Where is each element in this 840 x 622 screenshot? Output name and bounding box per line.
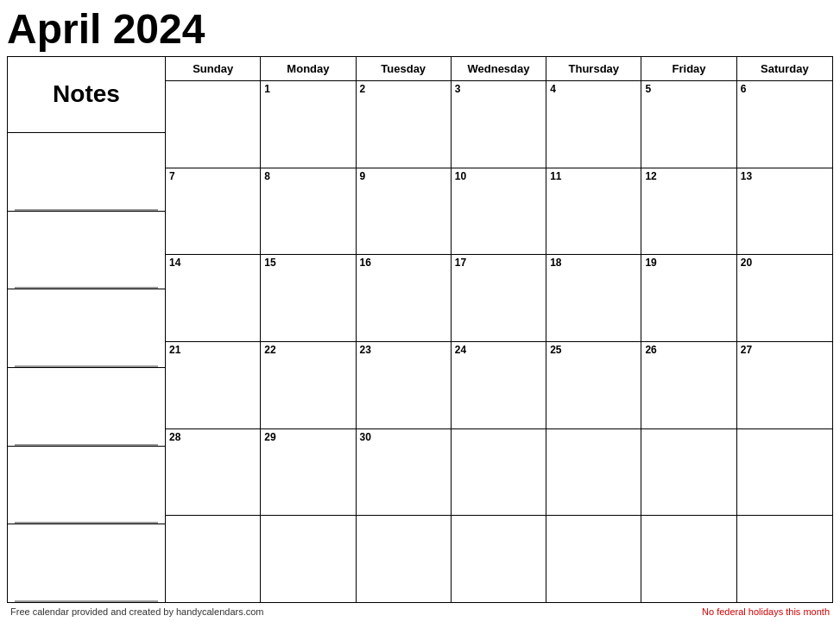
date-number: 20 xyxy=(741,257,752,269)
day-cell xyxy=(737,516,832,602)
notes-line xyxy=(15,366,158,367)
footer-right: No federal holidays this month xyxy=(702,606,830,617)
day-cell xyxy=(261,516,356,602)
notes-line-group-6 xyxy=(8,524,165,602)
day-cell: 5 xyxy=(641,81,736,168)
day-cell xyxy=(452,429,546,516)
week-row-3: 14151617181920 xyxy=(166,255,832,342)
date-number: 9 xyxy=(360,170,366,182)
date-number: 4 xyxy=(550,83,556,95)
date-number: 13 xyxy=(741,170,752,182)
date-number: 6 xyxy=(741,83,747,95)
day-header-friday: Friday xyxy=(641,57,736,80)
day-cell: 7 xyxy=(166,168,261,255)
notes-line-group-5 xyxy=(8,447,165,525)
day-cell: 11 xyxy=(546,168,641,255)
footer-left: Free calendar provided and created by ha… xyxy=(10,606,264,617)
page-wrapper: April 2024 Notes xyxy=(0,0,840,622)
day-cell: 30 xyxy=(357,429,452,516)
week-row-4: 21222324252627 xyxy=(166,342,832,429)
date-number: 2 xyxy=(360,83,366,95)
day-cell xyxy=(737,429,832,516)
date-number: 16 xyxy=(360,257,371,269)
calendar-container: Notes xyxy=(7,56,833,603)
date-number: 28 xyxy=(169,431,180,443)
date-number: 12 xyxy=(645,170,656,182)
date-number: 11 xyxy=(550,170,561,182)
day-cell: 18 xyxy=(546,255,641,341)
day-cell: 2 xyxy=(357,81,452,168)
day-cell xyxy=(357,516,452,602)
date-number: 7 xyxy=(169,170,175,182)
day-cell xyxy=(641,516,736,602)
day-cell: 16 xyxy=(357,255,452,341)
notes-line-group-2 xyxy=(8,212,165,290)
day-cell xyxy=(546,516,641,602)
date-number: 1 xyxy=(264,83,270,95)
day-cell xyxy=(641,429,736,516)
date-number: 29 xyxy=(264,431,275,443)
day-header-tuesday: Tuesday xyxy=(357,57,452,80)
notes-line-group-3 xyxy=(8,289,165,368)
day-cell: 24 xyxy=(452,342,546,428)
date-number: 10 xyxy=(455,170,466,182)
day-cell xyxy=(452,516,546,602)
day-cell: 29 xyxy=(261,429,356,516)
day-cell xyxy=(546,429,641,516)
day-cell xyxy=(166,81,261,168)
notes-line xyxy=(15,288,158,289)
day-cell: 21 xyxy=(166,342,261,428)
day-cell: 20 xyxy=(737,255,832,341)
notes-line-group-1 xyxy=(8,133,165,212)
date-number: 26 xyxy=(645,344,656,356)
week-row-6 xyxy=(166,516,832,602)
day-cell: 12 xyxy=(641,168,736,255)
day-header-saturday: Saturday xyxy=(737,57,832,80)
date-number: 18 xyxy=(550,257,561,269)
day-cell: 4 xyxy=(546,81,641,168)
day-headers: SundayMondayTuesdayWednesdayThursdayFrid… xyxy=(166,57,832,81)
day-cell: 10 xyxy=(452,168,546,255)
week-row-1: 123456 xyxy=(166,81,832,168)
day-cell: 14 xyxy=(166,255,261,341)
day-header-monday: Monday xyxy=(261,57,356,80)
weeks-container: 1234567891011121314151617181920212223242… xyxy=(166,81,832,602)
date-number: 25 xyxy=(550,344,561,356)
date-number: 5 xyxy=(645,83,651,95)
notes-line xyxy=(15,210,158,211)
date-number: 17 xyxy=(455,257,466,269)
day-cell: 26 xyxy=(641,342,736,428)
day-header-thursday: Thursday xyxy=(546,57,641,80)
calendar-title: April 2024 xyxy=(7,7,833,53)
date-number: 27 xyxy=(741,344,752,356)
footer: Free calendar provided and created by ha… xyxy=(7,605,833,619)
day-cell: 9 xyxy=(357,168,452,255)
week-row-2: 78910111213 xyxy=(166,168,832,256)
day-header-wednesday: Wednesday xyxy=(452,57,546,80)
day-cell: 27 xyxy=(737,342,832,428)
day-cell: 23 xyxy=(357,342,452,428)
notes-column: Notes xyxy=(8,57,166,602)
notes-label: Notes xyxy=(53,80,120,108)
date-number: 14 xyxy=(169,257,180,269)
day-cell: 19 xyxy=(641,255,736,341)
notes-line xyxy=(15,601,158,602)
notes-line xyxy=(15,523,158,524)
day-cell: 1 xyxy=(261,81,356,168)
week-row-5: 282930 xyxy=(166,429,832,517)
notes-header-cell: Notes xyxy=(8,57,165,133)
day-cell: 3 xyxy=(452,81,546,168)
notes-line-group-4 xyxy=(8,368,165,447)
day-cell: 28 xyxy=(166,429,261,516)
day-cell: 25 xyxy=(546,342,641,428)
date-number: 22 xyxy=(264,344,275,356)
date-number: 3 xyxy=(455,83,461,95)
date-number: 21 xyxy=(169,344,180,356)
notes-line xyxy=(15,445,158,446)
date-number: 15 xyxy=(264,257,275,269)
day-cell: 8 xyxy=(261,168,356,255)
day-cell: 6 xyxy=(737,81,832,168)
date-number: 30 xyxy=(360,431,371,443)
day-cell xyxy=(166,516,261,602)
day-cell: 22 xyxy=(261,342,356,428)
